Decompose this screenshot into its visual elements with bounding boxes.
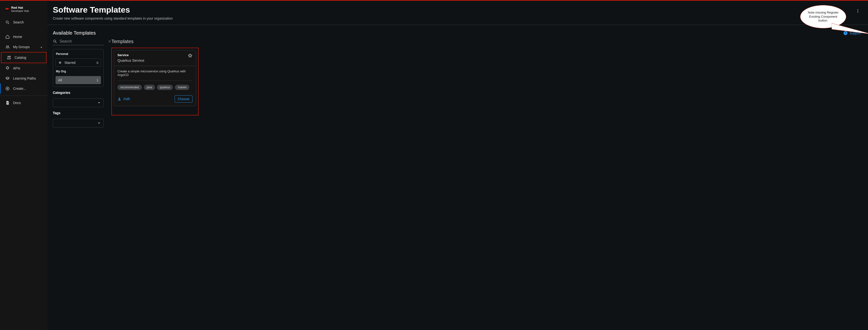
template-card-highlight: Service Quarkus Service Create a simple … — [112, 48, 198, 116]
support-link[interactable]: ? Support — [843, 31, 861, 35]
help-icon: ? — [843, 31, 847, 35]
sidebar-item-label: Docs — [13, 101, 21, 105]
svg-point-0 — [5, 8, 9, 10]
choose-button[interactable]: Choose — [175, 95, 192, 103]
plus-circle-icon — [5, 86, 10, 91]
filter-search-input[interactable] — [60, 39, 108, 43]
sidebar-item-create[interactable]: Create... — [0, 84, 48, 94]
template-owner-label: rhdh — [123, 97, 130, 101]
docs-icon — [5, 101, 10, 105]
sidebar-search-label: Search — [13, 20, 24, 24]
svg-line-17 — [56, 42, 57, 43]
filter-groups: Personal Starred 0 My Org — [53, 49, 104, 87]
filter-row-label: Starred — [64, 61, 75, 65]
sidebar-item-catalog[interactable]: Catalog — [1, 52, 46, 63]
star-icon — [58, 61, 62, 65]
svg-rect-12 — [7, 103, 8, 103]
templates-list: Templates Service Quarkus Service — [112, 39, 863, 116]
categories-select[interactable] — [53, 98, 104, 107]
filters-panel: Personal Starred 0 My Org — [53, 39, 104, 128]
template-tag[interactable]: maven — [175, 85, 189, 90]
sidebar-item-home[interactable]: Home — [0, 32, 48, 42]
template-kind: Service — [118, 53, 144, 57]
filter-row-label: All — [58, 78, 62, 82]
star-template-button[interactable] — [188, 53, 192, 58]
svg-point-20 — [119, 98, 120, 99]
filter-row-count: 1 — [97, 78, 98, 82]
sidebar-item-label: My Groups — [13, 45, 30, 49]
chevron-down-icon — [97, 121, 101, 125]
svg-point-3 — [6, 46, 7, 47]
page-title: Software Templates — [53, 5, 173, 14]
school-icon — [5, 76, 10, 80]
sidebar-divider — [0, 96, 48, 96]
tags-label: Tags — [53, 111, 104, 115]
page-subtitle: Create new software components using sta… — [53, 16, 173, 20]
chevron-down-icon — [97, 101, 101, 105]
brand-sub: Developer Hub — [11, 9, 29, 12]
template-description: Create a simple microservice using Quark… — [114, 66, 196, 79]
tags-select[interactable] — [53, 119, 104, 128]
sidebar-search[interactable]: Search — [0, 17, 48, 27]
filter-row-count: 0 — [97, 61, 98, 65]
categories-label: Categories — [53, 91, 104, 95]
chevron-right-icon: ▸ — [41, 46, 42, 48]
svg-point-1 — [6, 21, 8, 23]
svg-point-16 — [54, 40, 56, 42]
filter-heading-personal: Personal — [56, 52, 101, 56]
svg-point-13 — [858, 9, 858, 10]
home-icon — [5, 35, 10, 39]
filter-search[interactable] — [53, 39, 104, 45]
brand-logo: Red Hat Developer Hub — [0, 4, 48, 16]
sidebar-item-learning-paths[interactable]: Learning Paths — [0, 73, 48, 84]
annotation-callout: Note missing Register Existing Component… — [800, 5, 846, 28]
section-title: Available Templates — [53, 30, 96, 36]
support-label: Support — [849, 31, 861, 35]
search-icon — [5, 20, 10, 25]
template-name: Quarkus Service — [118, 58, 144, 62]
sidebar: Red Hat Developer Hub Search Home My Gro… — [0, 1, 48, 330]
filter-heading-org: My Org — [56, 69, 101, 73]
main-content: Software Templates Create new software c… — [48, 1, 868, 330]
svg-point-15 — [858, 12, 858, 12]
svg-line-2 — [8, 23, 9, 24]
svg-point-4 — [8, 46, 9, 47]
clear-search-button[interactable] — [108, 40, 112, 43]
svg-point-5 — [8, 56, 8, 57]
page-header: Software Templates Create new software c… — [48, 1, 868, 25]
template-tags: recommended java quarkus maven — [114, 82, 196, 91]
header-menu-button[interactable] — [855, 7, 861, 14]
sidebar-item-label: Learning Paths — [13, 76, 36, 80]
svg-point-14 — [858, 11, 858, 11]
sidebar-item-docs[interactable]: Docs — [0, 98, 48, 108]
template-owner-link[interactable]: rhdh — [118, 97, 130, 101]
sidebar-item-label: Create... — [13, 87, 26, 91]
svg-rect-7 — [7, 58, 10, 59]
svg-rect-6 — [9, 56, 10, 57]
extension-icon — [5, 66, 10, 70]
filter-row-starred[interactable]: Starred 0 — [56, 59, 101, 67]
templates-heading: Templates — [112, 39, 863, 44]
person-icon — [118, 97, 121, 101]
catalog-icon — [7, 56, 11, 60]
template-tag[interactable]: java — [144, 85, 155, 90]
search-icon — [53, 39, 57, 43]
sidebar-item-label: APIs — [13, 66, 20, 70]
annotation-text: Note missing Register Existing Component… — [800, 5, 846, 28]
sidebar-item-apis[interactable]: APIs — [0, 63, 48, 73]
redhat-fedora-icon — [5, 7, 9, 11]
sidebar-item-label: Catalog — [14, 56, 26, 60]
filter-row-all[interactable]: All 1 — [56, 76, 101, 84]
groups-icon — [5, 45, 10, 49]
active-indicator — [0, 84, 1, 94]
template-tag[interactable]: recommended — [118, 85, 142, 90]
template-tag[interactable]: quarkus — [157, 85, 173, 90]
sidebar-item-my-groups[interactable]: My Groups ▸ — [0, 42, 48, 52]
sidebar-item-label: Home — [13, 35, 22, 39]
brand-name: Red Hat — [11, 6, 29, 9]
template-card: Service Quarkus Service Create a simple … — [114, 50, 196, 106]
